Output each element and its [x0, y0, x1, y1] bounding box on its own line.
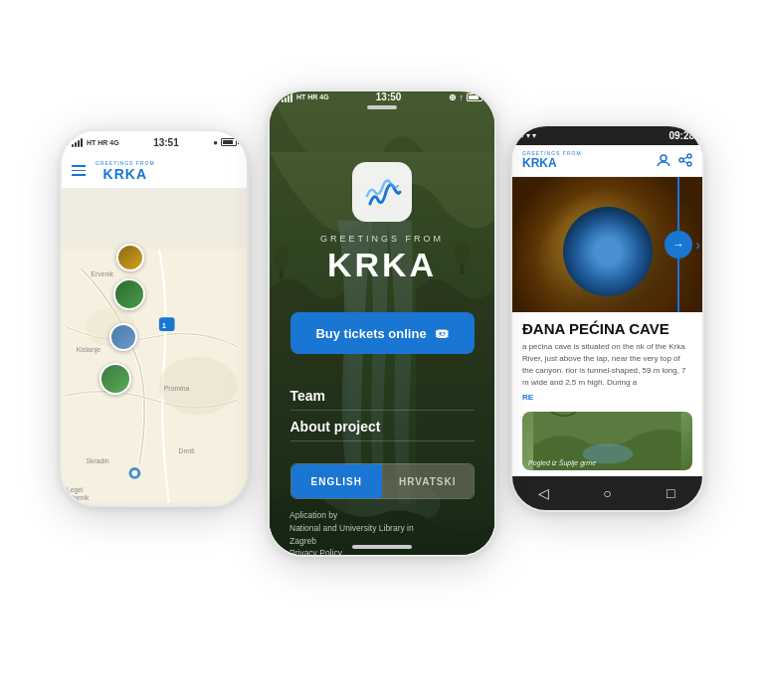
svg-text:Promina: Promina [164, 385, 190, 392]
svg-point-27 [679, 158, 683, 162]
left-status-icons: ● [213, 138, 237, 147]
svg-text:Legel: Legel [67, 486, 84, 494]
krka-wave-icon [362, 172, 402, 212]
english-button[interactable]: ENGLISH [291, 464, 383, 498]
right-phone: ▾ ▾ ▾ 09:28 GREETINGS FROM KRKA [510, 124, 704, 512]
center-signal: HT HR 4G [282, 92, 329, 102]
wifi-icon: ● [213, 138, 218, 147]
footer-line1: Aplication by [289, 510, 337, 520]
recent-icon: □ [667, 485, 674, 501]
android-home-button[interactable]: ○ [592, 478, 622, 508]
android-back-button[interactable]: ◁ [529, 478, 559, 508]
nav-dot[interactable]: → [665, 231, 692, 259]
left-brand-name: KRKA [103, 166, 147, 182]
center-greeting: GREETINGS FROM [320, 234, 444, 244]
svg-point-25 [661, 155, 667, 161]
footer-line2: National and University Library in [289, 523, 414, 533]
about-project-label: About project [290, 419, 381, 435]
footer-privacy: Privacy Policy [289, 548, 342, 557]
second-cave-image: Pogled iz Šuplje grme [522, 412, 692, 470]
footer-line3: Zagreb [289, 536, 316, 546]
center-carrier: HT HR 4G [296, 93, 329, 100]
svg-text:Šibenik: Šibenik [67, 493, 90, 501]
cave-description: a pećina cave is situated on the nk of t… [512, 341, 702, 389]
phones-container: HT HR 4G 13:51 ● GREETINGS FROM KRKA [0, 0, 764, 700]
svg-line-30 [683, 161, 687, 163]
android-nav: ◁ ○ □ [512, 476, 702, 510]
map-pin-2[interactable] [113, 278, 145, 310]
center-status-icons: ⊕ ↑ [449, 92, 483, 102]
buy-tickets-button[interactable]: Buy tickets online 🎟 [290, 312, 475, 354]
map-pin-3[interactable] [109, 323, 137, 351]
hrvatski-label: HRVATSKI [399, 476, 456, 487]
krka-app-icon [352, 162, 412, 222]
home-icon: ○ [603, 485, 611, 501]
ticket-icon: 🎟 [435, 325, 449, 341]
center-title: KRKA [327, 246, 437, 284]
center-time: 13:50 [376, 91, 402, 102]
map-content: Ervenik Kistanje Promina Drniš Skradin L… [62, 189, 247, 507]
buy-tickets-label: Buy tickets online [315, 326, 426, 341]
android-recent-button[interactable]: □ [656, 478, 685, 508]
battery-icon: ▾ [532, 131, 536, 140]
cave-hole [563, 207, 653, 296]
second-image-caption: Pogled iz Šuplje grme [528, 459, 596, 466]
center-status-bar: HT HR 4G 13:50 ⊕ ↑ [270, 91, 494, 102]
svg-point-26 [687, 154, 691, 158]
right-brand-name: KRKA [522, 156, 557, 170]
svg-text:Drniš: Drniš [178, 447, 195, 454]
share-icon[interactable] [678, 153, 692, 167]
center-main-content: GREETINGS FROM KRKA Buy tickets online 🎟… [270, 102, 494, 499]
left-signal: HT HR 4G [72, 137, 119, 147]
svg-text:Skradin: Skradin [86, 457, 108, 464]
wifi-icon: ▾ [520, 131, 524, 140]
right-status-bar: ▾ ▾ ▾ 09:28 [512, 126, 702, 145]
svg-line-29 [683, 157, 687, 159]
center-phone: HT HR 4G 13:50 ⊕ ↑ GREETINGS [268, 89, 496, 557]
home-indicator [352, 545, 412, 549]
team-label: Team [290, 388, 326, 404]
right-time: 09:28 [668, 130, 694, 141]
map-pin-4[interactable] [99, 363, 131, 395]
person-icon [657, 153, 670, 167]
map-pin-1[interactable] [116, 244, 144, 271]
hrvatski-button[interactable]: HRVATSKI [382, 464, 474, 498]
read-more-link[interactable]: RE [512, 389, 702, 406]
left-carrier: HT HR 4G [87, 139, 119, 146]
svg-text:Ervenik: Ervenik [91, 270, 113, 277]
map-svg: Ervenik Kistanje Promina Drniš Skradin L… [62, 189, 247, 507]
right-status-icons: ▾ ▾ ▾ [520, 131, 536, 140]
signal-icon: ▾ [526, 131, 530, 140]
english-label: ENGLISH [311, 476, 362, 487]
team-menu-item[interactable]: Team [290, 382, 475, 411]
about-project-menu-item[interactable]: About project [290, 413, 475, 441]
svg-point-28 [687, 162, 691, 166]
right-header: GREETINGS FROM KRKA [512, 145, 702, 177]
back-icon: ◁ [538, 485, 549, 501]
language-toggle[interactable]: ENGLISH HRVATSKI [290, 463, 475, 499]
svg-point-13 [131, 470, 137, 476]
left-status-bar: HT HR 4G 13:51 ● [62, 131, 247, 153]
right-header-icons [657, 153, 692, 167]
cave-title: ĐANA PEĆINA CAVE [512, 312, 702, 341]
speaker [367, 105, 397, 109]
chevron-right-icon[interactable]: › [695, 237, 700, 253]
cave-image: → › [512, 177, 702, 312]
hamburger-icon[interactable] [72, 165, 86, 176]
left-phone: HT HR 4G 13:51 ● GREETINGS FROM KRKA [60, 129, 249, 507]
map-header: GREETINGS FROM KRKA [62, 153, 247, 189]
svg-text:1: 1 [162, 321, 167, 330]
nav-arrow: → [672, 238, 684, 252]
left-time: 13:51 [153, 137, 179, 148]
location-icon: ⊕ [449, 92, 457, 102]
svg-text:Kistanje: Kistanje [77, 346, 101, 354]
signal-icon: ↑ [460, 92, 465, 102]
